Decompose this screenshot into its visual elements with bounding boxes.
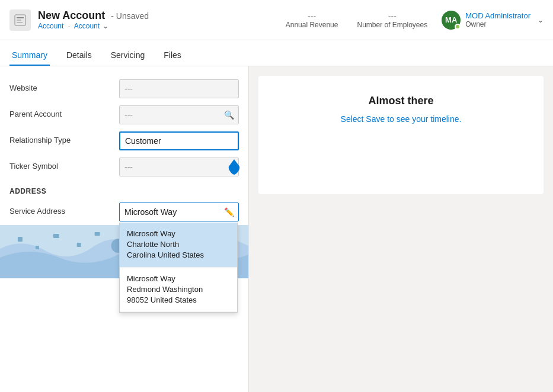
svg-rect-2	[17, 20, 21, 21]
service-address-label: Service Address	[9, 203, 119, 216]
relationship-type-label: Relationship Type	[9, 131, 119, 144]
user-avatar: MA	[442, 11, 461, 30]
parent-account-control: 🔍	[119, 105, 239, 124]
num-employees-stat: --- Number of Employees	[357, 11, 427, 29]
ticker-symbol-input[interactable]	[119, 158, 239, 176]
service-address-field: Service Address ✏️ Microsoft Way Charlot…	[0, 199, 248, 225]
svg-rect-8	[77, 243, 81, 247]
address-section-title: ADDRESS	[9, 187, 239, 195]
parent-account-label: Parent Account	[9, 105, 119, 118]
timeline-card: Almost there Select Save to see your tim…	[258, 76, 544, 194]
relationship-type-control	[119, 131, 239, 150]
svg-rect-7	[53, 234, 59, 238]
ticker-symbol-control	[119, 158, 239, 176]
service-address-input[interactable]	[119, 203, 239, 221]
tab-summary[interactable]: Summary	[9, 44, 50, 66]
app-icon	[9, 9, 31, 31]
app-header: New Account - Unsaved Account · Account …	[0, 0, 553, 40]
service-address-control: ✏️ Microsoft Way Charlotte North Carolin…	[119, 203, 239, 221]
svg-rect-6	[36, 246, 39, 249]
tab-files[interactable]: Files	[161, 44, 184, 66]
tab-bar: Summary Details Servicing Files	[0, 40, 553, 66]
user-name-section: MOD Administrator Owner	[465, 11, 530, 28]
right-panel: Almost there Select Save to see your tim…	[249, 66, 553, 392]
relationship-type-field: Relationship Type	[0, 128, 248, 154]
website-control	[119, 79, 239, 98]
main-content: Website Parent Account 🔍 Relationship Ty…	[0, 66, 553, 392]
ticker-symbol-field: Ticker Symbol	[0, 154, 248, 180]
timeline-subtitle: Select Save to see your timeline.	[341, 114, 462, 124]
header-title-section: New Account - Unsaved Account · Account …	[38, 9, 286, 30]
tab-servicing[interactable]: Servicing	[108, 44, 148, 66]
search-icon: 🔍	[224, 110, 234, 120]
svg-rect-5	[18, 237, 23, 242]
svg-rect-1	[17, 17, 24, 18]
breadcrumb: Account · Account ⌄	[38, 22, 286, 30]
website-input[interactable]	[119, 79, 239, 98]
address-suggestion-1[interactable]: Microsoft Way Charlotte North Carolina U…	[120, 223, 237, 268]
page-title: New Account - Unsaved	[38, 9, 286, 22]
user-chevron-icon[interactable]: ⌄	[538, 16, 544, 24]
website-label: Website	[9, 79, 119, 92]
tab-details[interactable]: Details	[64, 44, 94, 66]
address-suggestion-2[interactable]: Microsoft Way Redmond Washington 98052 U…	[120, 268, 237, 313]
website-field: Website	[0, 76, 248, 102]
header-stats: --- Annual Revenue --- Number of Employe…	[286, 11, 427, 29]
water-drop-icon	[226, 158, 242, 176]
svg-rect-3	[17, 22, 23, 23]
form-panel: Website Parent Account 🔍 Relationship Ty…	[0, 66, 249, 392]
timeline-title: Almost there	[368, 95, 433, 107]
parent-account-field: Parent Account 🔍	[0, 102, 248, 128]
edit-pencil-icon[interactable]: ✏️	[224, 207, 234, 217]
online-indicator	[455, 24, 461, 30]
address-section-divider: ADDRESS	[0, 180, 248, 199]
ticker-symbol-label: Ticker Symbol	[9, 158, 119, 171]
address-suggestions-dropdown: Microsoft Way Charlotte North Carolina U…	[119, 223, 238, 313]
parent-account-input[interactable]	[119, 105, 239, 124]
user-section[interactable]: MA MOD Administrator Owner ⌄	[442, 11, 544, 30]
annual-revenue-stat: --- Annual Revenue	[286, 11, 338, 29]
relationship-type-input[interactable]	[119, 131, 239, 150]
svg-rect-9	[95, 232, 100, 236]
